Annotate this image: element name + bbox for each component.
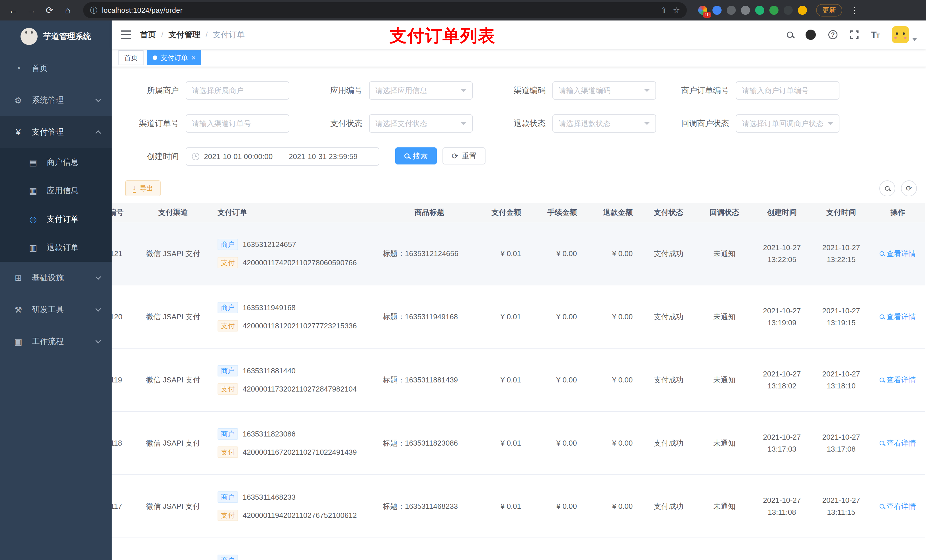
extension-icon-8[interactable] <box>798 6 807 15</box>
extension-icon-3[interactable] <box>727 6 736 15</box>
field-label: 创建时间 <box>113 151 186 162</box>
search-icon[interactable] <box>787 32 793 38</box>
filter-pay-status: 支付状态 <box>296 115 473 133</box>
search-button[interactable]: 搜索 <box>395 147 437 165</box>
toggle-search-button[interactable] <box>879 180 895 196</box>
help-icon[interactable]: ? <box>828 30 837 39</box>
table-row[interactable]: 商户 支付 <box>112 538 925 560</box>
sidebar-item-label: 支付管理 <box>32 127 64 137</box>
channel-order-no-field[interactable] <box>192 119 283 128</box>
back-icon[interactable]: ← <box>6 3 21 18</box>
home-icon[interactable]: ⌂ <box>61 3 75 18</box>
channel-code-field[interactable] <box>559 86 641 95</box>
pay-status-select[interactable] <box>369 115 473 133</box>
tab-home[interactable]: 首页 <box>118 50 144 65</box>
view-details-link[interactable]: 查看详情 <box>879 501 916 511</box>
browser-menu-icon[interactable]: ⋮ <box>848 5 861 15</box>
sidebar-item-workflow[interactable]: ▣ 工作流程 <box>0 326 112 358</box>
notify-status-select[interactable] <box>736 115 840 133</box>
paid-time: 13:11:15 <box>816 506 866 518</box>
user-menu[interactable] <box>892 26 917 43</box>
sidebar-item-system[interactable]: ⚙ 系统管理 <box>0 84 112 116</box>
filter-merchant-order-no: 商户订单编号 <box>663 82 840 100</box>
pay-status-field[interactable] <box>375 119 457 128</box>
view-details-link[interactable]: 查看详情 <box>879 249 916 259</box>
table-row[interactable]: 120 微信 JSAPI 支付 商户 1635311949168 支付 4200… <box>112 285 925 348</box>
export-button-label: 导出 <box>139 184 153 193</box>
view-details-link[interactable]: 查看详情 <box>879 312 916 322</box>
created-time: 13:19:09 <box>757 317 807 329</box>
yen-icon: ¥ <box>12 127 24 137</box>
date-range-picker[interactable]: 2021-10-01 00:00:00 - 2021-10-31 23:59:5… <box>186 147 379 166</box>
paid-time: 13:18:10 <box>816 380 866 392</box>
channel-order-no-input[interactable] <box>186 115 289 133</box>
browser-update-button[interactable]: 更新 <box>816 4 842 17</box>
sidebar-item-infrastructure[interactable]: ⊞ 基础设施 <box>0 262 112 294</box>
merchant-order-no-input[interactable] <box>736 82 840 100</box>
table-row[interactable]: 118 微信 JSAPI 支付 商户 1635311823086 支付 4200… <box>112 412 925 475</box>
extension-icon-5[interactable] <box>755 6 764 15</box>
sidebar-item-pay-order[interactable]: ◎ 支付订单 <box>0 205 112 233</box>
cell-order: 商户 1635311949168 支付 42000011812021102777… <box>213 285 378 348</box>
share-icon[interactable]: ⇧ <box>660 6 667 15</box>
extension-icon-4[interactable] <box>741 6 750 15</box>
merchant-order-no-field[interactable] <box>742 86 833 95</box>
sidebar-item-label: 商户信息 <box>47 157 79 168</box>
sidebar-item-app-info[interactable]: ▦ 应用信息 <box>0 177 112 205</box>
view-details-label: 查看详情 <box>887 438 916 448</box>
refund-status-field[interactable] <box>559 119 641 128</box>
field-label: 退款状态 <box>480 118 552 129</box>
breadcrumb-separator: / <box>161 30 163 39</box>
reset-button[interactable]: ⟳ 重置 <box>442 147 486 165</box>
tab-label: 首页 <box>124 53 138 62</box>
filter-merchant: 所属商户 <box>113 82 289 100</box>
app-no-select-field[interactable] <box>375 86 457 95</box>
merchant-tag: 商户 <box>218 302 238 313</box>
merchant-input-field[interactable] <box>192 86 283 95</box>
table-row[interactable]: 117 微信 JSAPI 支付 商户 1635311468233 支付 4200… <box>112 475 925 538</box>
github-icon[interactable] <box>805 30 816 40</box>
close-icon[interactable]: × <box>191 54 196 62</box>
breadcrumb-home[interactable]: 首页 <box>140 29 156 40</box>
font-size-icon[interactable]: TT <box>871 30 879 40</box>
forward-icon[interactable]: → <box>24 3 39 18</box>
merchant-order-no: 1635312124657 <box>243 240 296 249</box>
sidebar-item-dev-tools[interactable]: ⚒ 研发工具 <box>0 294 112 326</box>
merchant-input[interactable] <box>186 82 289 100</box>
sidebar-item-refund-order[interactable]: ▥ 退款订单 <box>0 233 112 262</box>
table-row[interactable]: 119 微信 JSAPI 支付 商户 1635311881440 支付 4200… <box>112 348 925 412</box>
page-content: 所属商户 应用编号 <box>112 67 926 560</box>
refresh-table-button[interactable]: ⟳ <box>901 180 917 196</box>
extension-icon-7[interactable] <box>784 6 793 15</box>
extension-icon-1[interactable]: 10 <box>698 6 707 15</box>
channel-code-select[interactable] <box>552 82 656 100</box>
date-start-value[interactable]: 2021-10-01 00:00:00 <box>204 152 272 161</box>
cell-id: 117 <box>112 475 133 538</box>
table-row[interactable]: 121 微信 JSAPI 支付 商户 1635312124657 支付 4200… <box>112 222 925 285</box>
app-no-select[interactable] <box>369 82 473 100</box>
tab-pay-order[interactable]: 支付订单 × <box>147 50 201 65</box>
refund-status-select[interactable] <box>552 115 656 133</box>
cell-amount: ¥ 0.01 <box>481 222 529 285</box>
top-navbar: 首页 / 支付管理 / 支付订单 支付订单列表 ? TT <box>112 21 926 49</box>
app-logo[interactable]: 芋道管理系统 <box>0 21 112 52</box>
extension-icon-6[interactable] <box>769 6 779 15</box>
sidebar-item-home[interactable]: ◔ 首页 <box>0 52 112 84</box>
sidebar-item-merchant-info[interactable]: ▤ 商户信息 <box>0 148 112 177</box>
notify-status-field[interactable] <box>742 119 824 128</box>
bookmark-star-icon[interactable]: ☆ <box>673 6 680 15</box>
sidebar-item-label: 应用信息 <box>47 185 79 196</box>
view-details-label: 查看详情 <box>887 501 916 511</box>
date-end-value[interactable]: 2021-10-31 23:59:59 <box>289 152 357 161</box>
reload-icon[interactable]: ⟳ <box>42 3 57 18</box>
extension-icon-2[interactable] <box>713 6 722 15</box>
view-details-link[interactable]: 查看详情 <box>879 375 916 385</box>
address-bar[interactable]: ⓘ localhost:1024/pay/order ⇧ ☆ <box>83 2 687 18</box>
sidebar-item-payment[interactable]: ¥ 支付管理 <box>0 116 112 148</box>
breadcrumb-payment[interactable]: 支付管理 <box>169 29 200 40</box>
view-details-link[interactable]: 查看详情 <box>879 438 916 448</box>
export-button[interactable]: ↓ 导出 <box>125 180 160 196</box>
site-info-icon[interactable]: ⓘ <box>90 5 97 15</box>
menu-fold-icon[interactable] <box>121 30 131 39</box>
fullscreen-icon[interactable] <box>850 30 858 39</box>
